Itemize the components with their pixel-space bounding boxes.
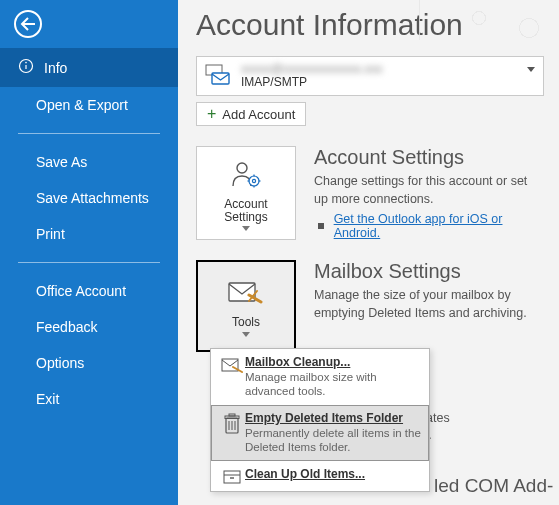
svg-rect-19 — [229, 414, 235, 416]
mailbox-cleanup-icon — [219, 355, 245, 399]
mailbox-settings-text: Mailbox Settings Manage the size of your… — [314, 260, 559, 352]
backstage-sidebar: Info Open & Export Save As Save Attachme… — [0, 0, 178, 505]
chevron-down-icon — [527, 67, 535, 72]
account-settings-link-row: Get the Outlook app for iOS or Android. — [314, 212, 539, 240]
svg-rect-20 — [224, 471, 240, 483]
sidebar-item-office-account[interactable]: Office Account — [0, 273, 178, 309]
disabled-addins-title-fragment: led COM Add- — [434, 475, 553, 497]
sidebar-item-label: Feedback — [36, 319, 97, 335]
account-selector[interactable]: xxxxx@xxxxxxxxxxxxx.xxx IMAP/SMTP — [196, 56, 544, 96]
sidebar-item-label: Options — [36, 355, 84, 371]
menu-item-desc: Manage mailbox size with advanced tools. — [245, 370, 421, 399]
sidebar-separator — [18, 133, 160, 134]
menu-item-title: Empty Deleted Items Folder — [245, 411, 421, 425]
menu-item-title: Mailbox Cleanup... — [245, 355, 421, 369]
outlook-app-link[interactable]: Get the Outlook app for iOS or Android. — [334, 212, 539, 240]
menu-item-empty-deleted[interactable]: Empty Deleted Items Folder Permanently d… — [211, 405, 429, 461]
sidebar-separator — [18, 262, 160, 263]
sidebar-item-info[interactable]: Info — [0, 48, 178, 87]
menu-item-title: Clean Up Old Items... — [245, 467, 421, 481]
account-email: xxxxx@xxxxxxxxxxxxx.xxx — [241, 63, 383, 76]
svg-point-2 — [25, 62, 27, 64]
account-settings-button[interactable]: Account Settings — [196, 146, 296, 240]
svg-point-5 — [237, 163, 247, 173]
sidebar-item-label: Print — [36, 226, 65, 242]
trash-icon — [219, 411, 245, 455]
plus-icon: + — [207, 106, 216, 122]
menu-item-cleanup-old[interactable]: Clean Up Old Items... — [211, 461, 429, 491]
back-button[interactable] — [14, 10, 42, 38]
svg-point-6 — [249, 176, 259, 186]
account-settings-title: Account Settings — [314, 146, 539, 169]
tools-button[interactable]: Tools — [196, 260, 296, 352]
bullet-icon — [318, 223, 324, 229]
account-settings-description: Change settings for this account or set … — [314, 173, 539, 208]
chevron-down-icon — [242, 226, 250, 231]
mailbox-settings-title: Mailbox Settings — [314, 260, 539, 283]
tools-button-label: Tools — [232, 316, 260, 329]
add-account-button[interactable]: + Add Account — [196, 102, 306, 126]
archive-icon — [219, 467, 245, 485]
arrow-left-icon — [20, 17, 36, 31]
menu-item-mailbox-cleanup[interactable]: Mailbox Cleanup... Manage mailbox size w… — [211, 349, 429, 405]
account-settings-text: Account Settings Change settings for thi… — [314, 146, 559, 240]
page-title: Account Information — [196, 8, 559, 42]
account-settings-button-label: Account Settings — [201, 198, 291, 224]
tools-dropdown-menu: Mailbox Cleanup... Manage mailbox size w… — [210, 348, 430, 492]
sidebar-item-label: Save Attachments — [36, 190, 149, 206]
add-account-label: Add Account — [222, 107, 295, 122]
sidebar-item-label: Office Account — [36, 283, 126, 299]
sidebar-item-label: Open & Export — [36, 97, 128, 113]
mail-icon — [205, 64, 231, 89]
chevron-down-icon — [242, 332, 250, 337]
sidebar-item-print[interactable]: Print — [0, 216, 178, 252]
mailbox-settings-description: Manage the size of your mailbox by empty… — [314, 287, 539, 322]
sidebar-item-save-as[interactable]: Save As — [0, 144, 178, 180]
svg-rect-4 — [212, 73, 229, 84]
sidebar-item-open-export[interactable]: Open & Export — [0, 87, 178, 123]
sidebar-item-exit[interactable]: Exit — [0, 381, 178, 417]
info-icon — [18, 58, 34, 77]
mailbox-settings-section: Tools Mailbox Settings Manage the size o… — [196, 260, 559, 352]
mailbox-tools-icon — [227, 279, 265, 310]
menu-item-desc: Permanently delete all items in the Dele… — [245, 426, 421, 455]
sidebar-item-label: Exit — [36, 391, 59, 407]
account-settings-section: Account Settings Account Settings Change… — [196, 146, 559, 240]
sidebar-item-label: Info — [44, 60, 67, 76]
account-type: IMAP/SMTP — [241, 76, 383, 89]
sidebar-item-feedback[interactable]: Feedback — [0, 309, 178, 345]
person-gear-icon — [229, 159, 263, 192]
sidebar-item-options[interactable]: Options — [0, 345, 178, 381]
sidebar-item-save-attachments[interactable]: Save Attachments — [0, 180, 178, 216]
account-text: xxxxx@xxxxxxxxxxxxx.xxx IMAP/SMTP — [241, 63, 383, 89]
sidebar-item-label: Save As — [36, 154, 87, 170]
